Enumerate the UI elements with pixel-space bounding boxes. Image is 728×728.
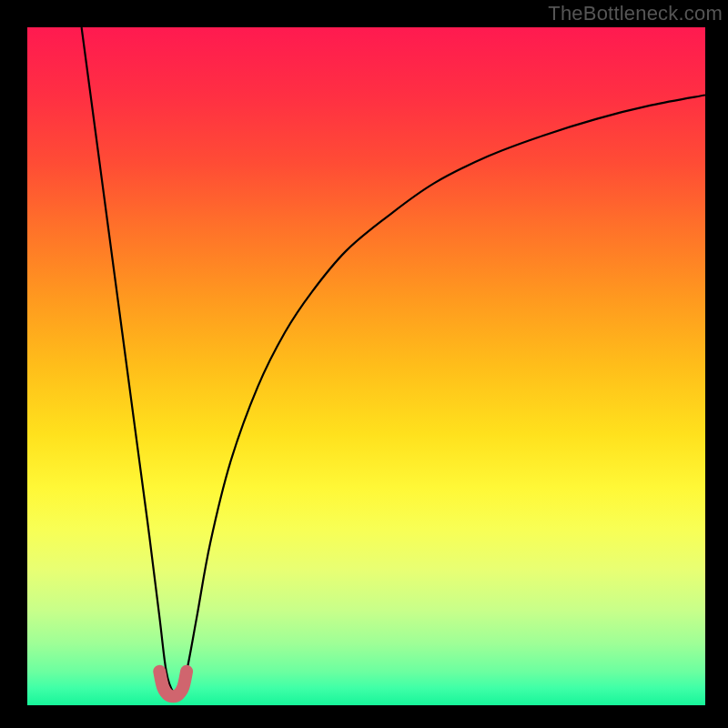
gradient-background xyxy=(27,27,705,705)
outer-frame: TheBottleneck.com xyxy=(0,0,728,728)
chart-canvas xyxy=(27,27,705,705)
watermark-text: TheBottleneck.com xyxy=(548,2,723,25)
